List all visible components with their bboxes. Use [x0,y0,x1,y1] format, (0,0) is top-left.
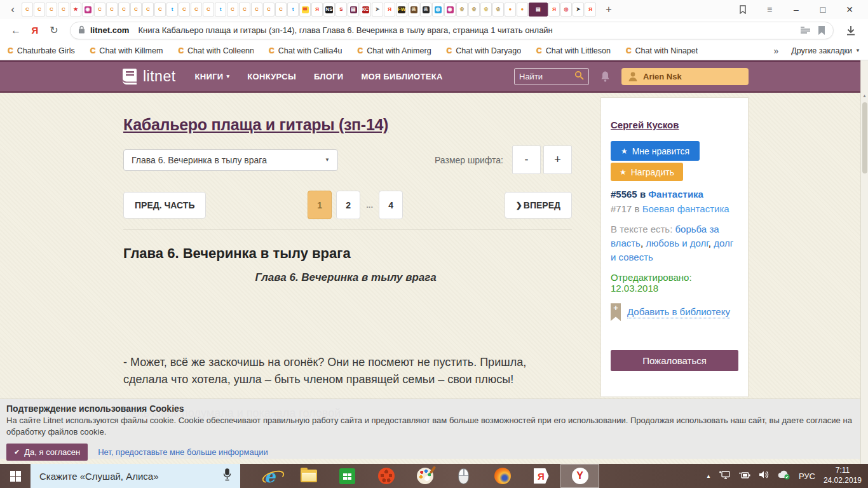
bookmark-item[interactable]: CChat with Animerg [357,46,431,55]
cookie-agree-button[interactable]: ✔ Да, я согласен [6,444,88,461]
network-icon[interactable] [719,470,731,482]
taskbar-app-yandex-browser[interactable]: Y [560,464,599,488]
browser-tab-cursor[interactable]: ➤ [372,3,383,17]
nav-item-blogs[interactable]: БЛОГИ [314,72,343,81]
like-button[interactable]: ★ Мне нравится [611,141,700,161]
browser-tab-chaturbate[interactable]: C [203,3,214,17]
add-to-library[interactable]: + Добавить в библиотеку [611,303,738,321]
page-button-1[interactable]: 1 [308,191,332,219]
browser-tab-ew[interactable]: ◎ [560,3,572,17]
browser-tab-railway[interactable]: S [336,3,347,17]
browser-tab-chaturbate[interactable]: C [239,3,250,17]
browser-tab-chaturbate[interactable]: C [142,3,154,17]
book-title-link[interactable]: Кабальеро плаща и гитары (зп-14) [123,116,388,134]
taskbar-app-internet-explorer[interactable]: e [250,464,289,488]
bookmark-item[interactable]: CChaturbate Girls [8,46,75,55]
bookmark-saved-icon[interactable] [818,26,825,35]
browser-tab-chaturbate[interactable]: C [154,3,166,17]
bookmark-item[interactable]: CChat with Littleson [536,46,611,55]
cookie-more-info-link[interactable]: Нет, предоставьте мне больше информации [98,447,268,457]
scrollbar-up-icon[interactable]: ▲ [861,93,868,98]
browser-tab-messenger[interactable]: ◍ [432,3,444,17]
taskbar-app-yandex-search[interactable]: Я [522,464,560,488]
taskbar-app-firefox[interactable] [483,464,522,488]
prev-part-button[interactable]: ПРЕД. ЧАСТЬ [123,192,206,219]
browser-tab-emblem[interactable]: ♔ [456,3,468,17]
maximize-button[interactable]: □ [810,4,836,15]
browser-tab-yandex-mail[interactable]: ✉ [299,3,311,17]
font-decrease-button[interactable]: - [512,146,541,174]
browser-tab-chaturbate[interactable]: C [251,3,262,17]
page-button-4[interactable]: 4 [379,191,403,219]
award-button[interactable]: ★ Наградить [611,163,683,181]
browser-tab-twitter[interactable]: t [287,3,299,17]
genre-link[interactable]: Фантастика [648,189,703,200]
user-account-chip[interactable]: Arien Nsk [621,68,749,85]
taskbar-app-paint[interactable] [405,464,444,488]
browser-tab-instagram[interactable]: ◉ [82,3,93,17]
taskbar-app-file-explorer[interactable] [289,464,328,488]
close-button[interactable]: ✕ [836,4,863,15]
chapter-select[interactable]: Глава 6. Вечеринка в тылу врага ▼ [123,149,338,171]
browser-tab-litnet-book[interactable]: ▤ [348,3,359,17]
browser-tab-amber[interactable]: ● [517,3,528,17]
browser-tab-kc[interactable]: КС [360,3,371,17]
browser-tab-chaturbate[interactable]: C [22,3,33,17]
browser-tab-chaturbate[interactable]: C [46,3,57,17]
other-bookmarks-button[interactable]: Другие закладки ▼ [791,46,860,55]
language-indicator[interactable]: РУС [799,471,815,481]
genre-link[interactable]: Боевая фантастика [642,203,729,214]
taskbar-app-microsoft-store[interactable] [328,464,367,488]
taskbar-app-movies[interactable] [367,464,405,488]
browser-tab-ns[interactable]: NS [323,3,335,17]
browser-tab-chaturbate[interactable]: C [263,3,275,17]
browser-tab-yandex[interactable]: Я [384,3,395,17]
search-icon[interactable] [574,71,584,83]
microphone-icon[interactable] [223,468,231,484]
bookmarks-overflow-icon[interactable]: » [774,46,779,56]
browser-tab-skull-dark[interactable]: ☠ [420,3,431,17]
litnet-logo[interactable]: litnet [119,68,176,85]
start-button[interactable] [0,464,31,488]
bookmark-item[interactable]: CChat with Ninapet [626,46,698,55]
browser-tab-chaturbate[interactable]: C [130,3,142,17]
browser-tab-emblem[interactable]: ♔ [492,3,504,17]
notifications-bell-icon[interactable] [600,71,611,83]
browser-tab-chaturbate[interactable]: C [275,3,287,17]
new-tab-button[interactable]: + [603,4,614,15]
browser-tab-twitter[interactable]: t [166,3,178,17]
browser-tab-star[interactable]: ★ [70,3,81,17]
browser-tab-chaturbate[interactable]: C [94,3,105,17]
report-button[interactable]: Пожаловаться [611,350,738,371]
tab-scroll-back-icon[interactable]: ‹ [4,3,22,16]
browser-tab-litnet-active[interactable]: ▤ [529,3,548,17]
browser-tab-twitter[interactable]: t [215,3,226,17]
scrollbar-thumb[interactable] [862,102,867,173]
browser-tab-yandex[interactable]: Я [548,3,560,17]
site-search-box[interactable]: Найти [514,68,589,85]
reader-mode-icon[interactable] [801,27,810,34]
browser-tab-instagram[interactable]: ◉ [444,3,456,17]
taskbar-search[interactable]: Скажите «Слушай, Алиса» [31,464,240,488]
nav-item-books[interactable]: КНИГИ▾ [195,72,230,81]
minimize-button[interactable]: – [783,4,810,15]
add-to-library-link[interactable]: Добавить в библиотеку [627,306,730,318]
tag-link[interactable]: любовь и долг [646,238,709,248]
author-link[interactable]: Сергей Кусков [611,119,679,130]
font-increase-button[interactable]: + [543,146,572,174]
page-scrollbar[interactable]: ▲ [860,60,868,464]
browser-tab-amber[interactable]: ● [505,3,516,17]
side-panel-icon[interactable] [738,5,747,14]
nav-item-library[interactable]: МОЯ БИБЛИОТЕКА [361,72,442,81]
battery-icon[interactable] [739,470,750,482]
browser-tab-fw[interactable]: FW [396,3,407,17]
page-button-2[interactable]: 2 [336,191,360,219]
browser-tab-chaturbate[interactable]: C [179,3,190,17]
browser-tab-yandex[interactable]: Я [585,3,596,17]
reload-button[interactable]: ↻ [44,24,64,36]
forward-button[interactable]: ❯ ВПЕРЕД [505,192,572,219]
tray-expand-icon[interactable]: ▲ [706,473,711,479]
bookmark-item[interactable]: CChat with Colleenn [178,46,254,55]
browser-tab-emblem[interactable]: ♔ [480,3,492,17]
downloads-button[interactable] [840,25,862,36]
